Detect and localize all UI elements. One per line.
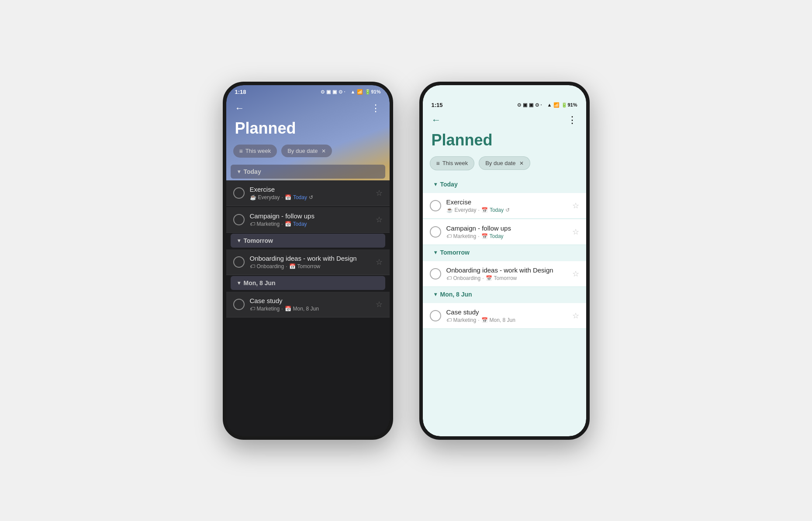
section-today[interactable]: ▾ Today	[427, 177, 582, 191]
status-time: 1:18	[235, 89, 246, 95]
star-icon[interactable]: ☆	[376, 257, 383, 267]
project-name: Everyday	[258, 194, 280, 200]
task-meta: ☕ Everyday · 📅 Today ↺	[250, 194, 376, 200]
more-menu-button[interactable]: ⋮	[371, 103, 381, 114]
task-complete-circle[interactable]	[430, 310, 441, 321]
project-icon: ☕	[250, 194, 256, 200]
task-meta: 🏷 Marketing · 📅 Today	[446, 233, 572, 239]
task-list: ▾ Today Exercise ☕ Everyday · 📅 Today	[226, 165, 390, 436]
task-campaign[interactable]: Campaign - follow ups 🏷 Marketing · 📅 To…	[423, 219, 586, 245]
repeat-icon: ↺	[309, 194, 313, 200]
task-campaign[interactable]: Campaign - follow ups 🏷 Marketing · 📅 To…	[226, 207, 390, 233]
task-name: Exercise	[446, 198, 572, 206]
top-bar-light: ← ⋮	[423, 110, 586, 129]
this-week-filter[interactable]: ≡ This week	[430, 156, 475, 170]
project-name: Marketing	[257, 221, 280, 227]
section-mon8jun[interactable]: ▾ Mon, 8 Jun	[427, 287, 582, 301]
date-icon: 📅	[486, 275, 492, 281]
task-meta: 🏷 Marketing · 📅 Mon, 8 Jun	[446, 317, 572, 323]
task-meta: 🏷 Onboarding · 📅 Tomorrow	[250, 263, 376, 269]
task-meta: ☕ Everyday · 📅 Today ↺	[446, 207, 572, 213]
project-icon: 🏷	[446, 317, 452, 323]
star-icon[interactable]: ☆	[572, 227, 579, 237]
repeat-icon: ↺	[505, 207, 510, 213]
star-icon[interactable]: ☆	[376, 215, 383, 224]
task-exercise[interactable]: Exercise ☕ Everyday · 📅 Today ↺ ☆	[226, 180, 390, 206]
back-button[interactable]: ←	[235, 103, 245, 114]
task-exercise[interactable]: Exercise ☕ Everyday · 📅 Today ↺ ☆	[423, 193, 586, 219]
section-tomorrow[interactable]: ▾ Tomorrow	[231, 234, 385, 248]
date-icon: 📅	[285, 306, 291, 312]
task-name: Case study	[250, 297, 376, 304]
star-icon[interactable]: ☆	[376, 188, 383, 198]
this-week-label: This week	[442, 160, 468, 166]
chevron-down-icon: ▾	[434, 249, 437, 255]
task-date: Today	[293, 221, 307, 227]
star-icon[interactable]: ☆	[376, 300, 383, 309]
section-mon8jun-label: Mon, 8 Jun	[244, 279, 276, 286]
chevron-down-icon: ▾	[434, 181, 437, 187]
chevron-down-icon: ▾	[434, 291, 437, 297]
section-today-label: Today	[244, 168, 261, 175]
task-onboarding[interactable]: Onboarding ideas - work with Design 🏷 On…	[226, 249, 390, 275]
status-bar-light: 1:15 ⊙ ▣ ▣ ⊙ · ▲ 📶 🔋91%	[423, 98, 586, 110]
task-date: Today	[293, 194, 307, 200]
section-today[interactable]: ▾ Today	[231, 165, 385, 179]
task-meta: 🏷 Marketing · 📅 Mon, 8 Jun	[250, 306, 376, 312]
section-tomorrow[interactable]: ▾ Tomorrow	[427, 245, 582, 259]
date-icon: 📅	[289, 263, 296, 269]
this-week-filter[interactable]: ≡ This week	[233, 145, 277, 158]
date-icon: 📅	[481, 207, 488, 213]
star-icon[interactable]: ☆	[572, 269, 579, 279]
by-due-date-label: By due date	[287, 148, 318, 154]
close-filter-icon[interactable]: ✕	[519, 160, 524, 166]
project-name: Marketing	[453, 233, 477, 239]
task-complete-circle[interactable]	[233, 214, 245, 225]
task-name: Case study	[446, 308, 572, 316]
project-icon: ☕	[446, 207, 453, 213]
status-time: 1:15	[432, 102, 443, 108]
filter-bar: ≡ This week By due date ✕	[226, 145, 390, 165]
close-filter-icon[interactable]: ✕	[321, 148, 326, 154]
date-icon: 📅	[285, 221, 291, 227]
star-icon[interactable]: ☆	[572, 311, 579, 321]
status-icons: ⊙ ▣ ▣ ⊙ · ▲ 📶 🔋91%	[321, 89, 381, 95]
task-complete-circle[interactable]	[430, 200, 441, 211]
date-icon: 📅	[285, 194, 291, 200]
phone-dark: 1:18 ⊙ ▣ ▣ ⊙ · ▲ 📶 🔋91% ← ⋮ Planned	[223, 82, 393, 440]
chevron-down-icon: ▾	[238, 238, 240, 244]
top-bar: ← ⋮	[226, 98, 390, 117]
filter-list-icon: ≡	[239, 148, 243, 155]
task-complete-circle[interactable]	[430, 268, 441, 279]
chevron-down-icon: ▾	[238, 280, 240, 286]
by-due-date-filter[interactable]: By due date ✕	[479, 156, 530, 170]
filter-list-icon: ≡	[436, 160, 440, 167]
more-menu-button[interactable]: ⋮	[567, 114, 577, 126]
task-case-study[interactable]: Case study 🏷 Marketing · 📅 Mon, 8 Jun ☆	[423, 303, 586, 329]
star-icon[interactable]: ☆	[572, 201, 579, 210]
task-date: Today	[490, 207, 504, 213]
task-complete-circle[interactable]	[233, 256, 245, 268]
by-due-date-filter[interactable]: By due date ✕	[281, 145, 332, 157]
by-due-date-label: By due date	[485, 160, 515, 166]
section-mon8jun[interactable]: ▾ Mon, 8 Jun	[231, 276, 385, 290]
back-button[interactable]: ←	[432, 114, 441, 126]
task-onboarding[interactable]: Onboarding ideas - work with Design 🏷 On…	[423, 261, 586, 287]
project-icon: 🏷	[250, 306, 255, 312]
task-complete-circle[interactable]	[233, 187, 245, 199]
task-name: Campaign - follow ups	[446, 224, 572, 232]
task-date: Tomorrow	[297, 263, 321, 269]
section-mon8jun-label: Mon, 8 Jun	[440, 291, 472, 298]
task-name: Onboarding ideas - work with Design	[446, 266, 572, 274]
task-complete-circle[interactable]	[430, 226, 441, 238]
task-name: Exercise	[250, 186, 376, 193]
date-icon: 📅	[481, 233, 488, 239]
project-icon: 🏷	[250, 221, 255, 227]
page-title: Planned	[226, 117, 390, 145]
task-case-study[interactable]: Case study 🏷 Marketing · 📅 Mon, 8 Jun ☆	[226, 292, 390, 317]
project-icon: 🏷	[446, 233, 452, 239]
project-icon: 🏷	[250, 263, 255, 269]
task-list-light: ▾ Today Exercise ☕ Everyday · 📅 Today	[423, 177, 586, 436]
task-complete-circle[interactable]	[233, 299, 245, 310]
project-name: Marketing	[257, 306, 280, 312]
